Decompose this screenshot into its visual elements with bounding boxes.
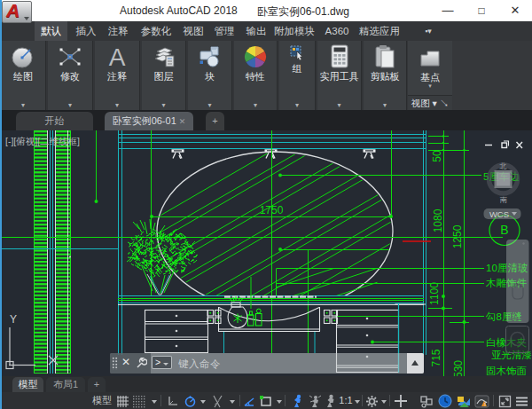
svg-text:50: 50 <box>431 150 443 162</box>
svg-text:[-][俯视][二维线框]: [-][俯视][二维线框] <box>5 136 80 146</box>
svg-text:南: 南 <box>500 196 508 204</box>
svg-text:1250: 1250 <box>451 224 464 248</box>
svg-text:715: 715 <box>430 349 442 366</box>
svg-text:A: A <box>109 43 126 70</box>
svg-text:北: 北 <box>499 162 507 170</box>
svg-text:Y: Y <box>10 313 17 326</box>
svg-text:1100: 1100 <box>428 282 441 305</box>
svg-text:530: 530 <box>452 360 465 376</box>
svg-text:1080: 1080 <box>432 208 444 232</box>
svg-text:1750: 1750 <box>260 204 284 216</box>
svg-text:WCS: WCS <box>489 209 509 219</box>
svg-text:B: B <box>500 223 508 237</box>
svg-text:固木饰面: 固木饰面 <box>486 366 527 376</box>
